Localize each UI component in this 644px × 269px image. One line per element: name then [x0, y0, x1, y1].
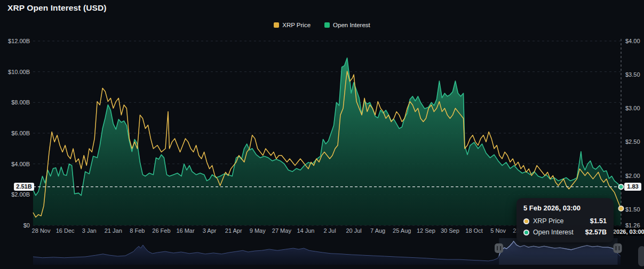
left-axis-tick: $8.00B	[2, 99, 30, 105]
tooltip-label: XRP Price	[533, 217, 563, 225]
x-axis-tick: 9 May	[250, 227, 266, 234]
ui-fragment[interactable]	[638, 246, 644, 266]
navigator-left-handle[interactable]	[495, 243, 503, 253]
right-axis-tick: $4.00	[625, 38, 640, 44]
left-axis-tick: $4.00B	[2, 161, 30, 167]
x-axis-tick: 20 Jul	[346, 227, 361, 234]
x-axis-tick: 8 Feb	[130, 227, 145, 234]
open-interest-swatch-icon	[324, 22, 330, 28]
tooltip-date: 5 Feb 2026, 03:00	[523, 204, 607, 212]
x-axis-tick: 28 Nov	[32, 227, 51, 234]
x-axis-tick: 27 May	[272, 227, 291, 234]
chart-tooltip: 5 Feb 2026, 03:00 XRP Price $1.51 Open I…	[516, 198, 614, 242]
legend-label: Open Interest	[333, 22, 370, 28]
left-axis-tick: $6.00B	[2, 130, 30, 136]
x-axis-tick: 25 Aug	[393, 227, 411, 234]
tooltip-label: Open Interest	[533, 229, 574, 236]
x-axis-tick: 3 Apr	[203, 227, 217, 234]
right-axis-tick: $2.50	[625, 138, 640, 145]
left-axis-tick: $2.00B	[2, 191, 30, 198]
x-axis-tick: 16 Dec	[56, 227, 75, 234]
right-axis-tick: $3.00	[625, 105, 640, 111]
xrp-price-swatch-icon	[274, 22, 279, 28]
x-axis-tick: 2 Jul	[323, 227, 336, 234]
x-axis-tick: 26 Feb	[152, 227, 170, 234]
x-axis-tick: 16 Mar	[176, 227, 194, 234]
x-axis-tick: 14 Jun	[297, 227, 314, 234]
price-axis-current-value-badge: 1.83	[624, 183, 641, 191]
open-interest-dot-icon	[523, 230, 529, 235]
page-title: XRP Open Interest (USD)	[7, 3, 106, 13]
left-axis-tick: $12.00B	[2, 38, 30, 44]
x-axis-tick: 3 Jan	[82, 227, 97, 234]
xrp-open-interest-chart: { "title": "XRP Open Interest (USD)", "l…	[0, 0, 644, 269]
tooltip-row-xrp-price: XRP Price $1.51	[523, 217, 607, 225]
chart-legend: XRP Price Open Interest	[0, 22, 644, 28]
crosshair-date-badge: 2026, 03:00	[611, 227, 644, 236]
tooltip-value: $1.51	[590, 217, 607, 225]
right-axis-tick: $1.50	[625, 206, 640, 213]
left-axis-tick: $10.00B	[2, 69, 30, 75]
tooltip-value: $2.57B	[585, 229, 607, 236]
open-interest-current-value-badge: 2.51B	[14, 183, 34, 191]
open-interest-current-dot	[619, 184, 624, 189]
x-axis-tick: 18 Oct	[465, 227, 482, 234]
x-axis-tick: 21 Jan	[105, 227, 122, 234]
tooltip-row-open-interest: Open Interest $2.57B	[523, 229, 607, 236]
xrp-price-dot-icon	[523, 218, 529, 224]
x-axis-tick: 21 Apr	[225, 227, 242, 234]
legend-item-xrp-price[interactable]: XRP Price	[274, 22, 311, 28]
right-axis-tick: $2.00	[625, 173, 640, 179]
legend-label: XRP Price	[282, 22, 311, 28]
navigator-right-handle[interactable]	[613, 243, 622, 253]
x-axis-tick: 12 Sep	[417, 227, 435, 234]
legend-item-open-interest[interactable]: Open Interest	[324, 22, 370, 28]
left-axis-tick: $0	[2, 222, 30, 229]
x-axis-tick: 30 Sep	[441, 227, 459, 234]
xrp-price-current-dot	[619, 206, 624, 211]
right-axis-tick: $3.50	[625, 71, 640, 78]
x-axis-tick: 7 Aug	[370, 227, 385, 234]
x-axis-tick: 5 Nov	[490, 227, 506, 234]
